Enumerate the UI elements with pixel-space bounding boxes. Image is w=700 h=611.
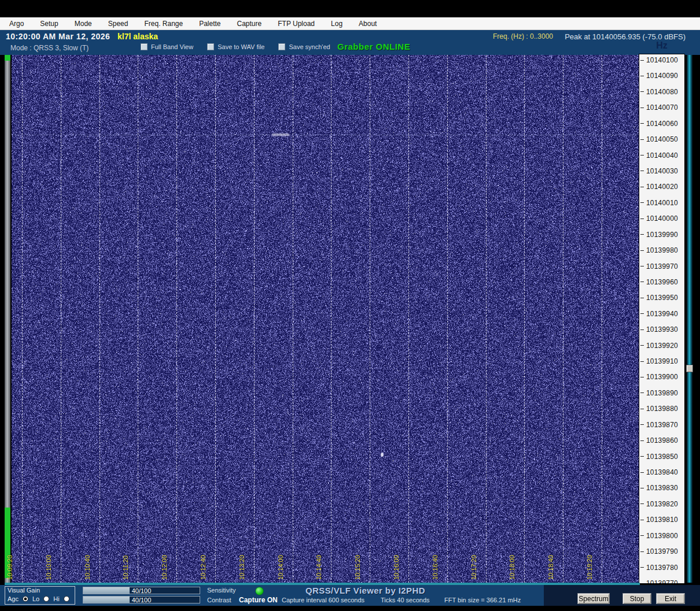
freq-tick-mark — [640, 345, 644, 346]
freq-tick-mark — [640, 250, 644, 251]
freq-label-text: 10139820 — [646, 500, 678, 508]
time-gridline — [254, 55, 255, 583]
sensitivity-slider[interactable]: 40/100 — [83, 587, 200, 594]
time-gridline — [215, 55, 216, 583]
freq-label-text: 10139790 — [646, 547, 678, 556]
menu-item-capture[interactable]: Capture — [237, 18, 262, 29]
freq-label-text: 10139860 — [646, 436, 678, 445]
time-tick-label: 10:14:40 — [315, 555, 322, 580]
freq-scrollbar[interactable] — [687, 55, 692, 583]
checkbox-box-icon[interactable] — [207, 43, 214, 50]
time-gridline — [486, 55, 487, 583]
radio-agc-selected[interactable] — [23, 596, 28, 602]
checkbox-full-band-view[interactable]: Full Band View — [141, 43, 193, 50]
time-tick-label: 10:19:20 — [586, 555, 593, 580]
freq-label: 10139800 — [639, 532, 685, 540]
freq-label: 10139930 — [639, 325, 685, 334]
menu-bar: ArgoSetupModeSpeedFreq. RangePaletteCapt… — [0, 17, 700, 30]
menu-item-speed[interactable]: Speed — [108, 18, 128, 29]
exit-button[interactable]: Exit — [656, 593, 685, 604]
menu-item-about[interactable]: About — [359, 18, 377, 29]
menu-item-mode[interactable]: Mode — [75, 18, 92, 29]
freq-label: 10139900 — [639, 373, 685, 381]
freq-tick-mark — [640, 202, 644, 203]
freq-range-readout: Freq. (Hz) : 0..3000 — [493, 32, 553, 40]
freq-label-text: 10139970 — [646, 262, 678, 271]
checkbox-box-icon[interactable] — [278, 43, 285, 50]
freq-tick-mark — [640, 424, 644, 425]
checkbox-save-synch-ed[interactable]: Save synch'ed — [278, 43, 330, 50]
freq-label-text: 10140030 — [646, 167, 678, 175]
menu-item-palette[interactable]: Palette — [199, 18, 220, 29]
checkbox-group: Full Band ViewSave to WAV fileSave synch… — [141, 43, 330, 50]
time-gridline — [138, 55, 138, 583]
visual-gain-label: Visual Gain — [8, 587, 40, 594]
waterfall[interactable]: 10:09:2010:10:0010:10:4010:11:2010:12:00… — [12, 55, 640, 583]
time-tick-label: 10:11:20 — [122, 556, 129, 580]
freq-tick-mark — [640, 535, 644, 536]
freq-label: 10139790 — [639, 547, 685, 556]
freq-tick-mark — [640, 503, 644, 504]
ticks-label: Ticks 40 seconds — [381, 597, 430, 603]
freq-label-text: 10140060 — [646, 120, 678, 128]
time-tick-label: 10:09:20 — [6, 555, 13, 580]
freq-tick-mark — [640, 219, 644, 219]
fft-bin-size-label: FFT bin size = 366.21 mHz — [444, 597, 521, 603]
freq-label: 10139840 — [639, 468, 685, 476]
time-gridline — [100, 55, 100, 583]
waterfall-canvas[interactable] — [12, 55, 640, 583]
freq-tick-mark — [640, 472, 644, 473]
time-tick-label: 10:18:00 — [509, 555, 515, 580]
freq-label: 10140100 — [639, 56, 685, 64]
freq-label: 10140090 — [639, 72, 685, 80]
freq-tick-mark — [640, 91, 644, 92]
stop-button[interactable]: Stop — [622, 593, 651, 604]
freq-label: 10139950 — [639, 294, 685, 302]
menu-item-argo[interactable]: Argo — [9, 18, 24, 29]
menu-item-setup[interactable]: Setup — [40, 18, 58, 29]
menu-item-freq-range[interactable]: Freq. Range — [144, 18, 183, 29]
menu-item-ftp-upload[interactable]: FTP Upload — [278, 18, 315, 29]
spectrum-button[interactable]: Spectrum — [577, 593, 610, 604]
freq-tick-mark — [640, 171, 644, 171]
menu-item-log[interactable]: Log — [331, 18, 342, 29]
freq-tick-mark — [640, 139, 644, 140]
freq-tick-mark — [640, 551, 644, 552]
freq-label-text: 10139800 — [646, 532, 678, 540]
sensitivity-label: Sensitivity — [207, 587, 236, 594]
freq-label: 10139770 — [639, 579, 685, 584]
freq-tick-mark — [640, 123, 644, 124]
slider-value: 40/100 — [83, 587, 200, 594]
callsign-label: kl7l alaska — [117, 32, 158, 41]
time-gridline — [176, 55, 177, 583]
radio-label-hi: Hi — [53, 595, 59, 602]
signal-trace-line — [12, 135, 640, 135]
button-zone: Spectrum Stop Exit — [544, 585, 700, 606]
checkbox-save-to-wav-file[interactable]: Save to WAV file — [207, 43, 264, 50]
slider-value: 40/100 — [83, 597, 200, 603]
time-gridline — [563, 55, 563, 583]
freq-label-text: 10139770 — [646, 579, 678, 584]
checkbox-label: Full Band View — [151, 43, 193, 50]
freq-label-text: 10139780 — [646, 564, 678, 572]
freq-label: 10140000 — [639, 214, 685, 223]
freq-scrollbar-thumb[interactable] — [686, 365, 693, 372]
freq-label-text: 10139960 — [646, 278, 678, 286]
radio-lo[interactable] — [43, 596, 49, 602]
freq-label-text: 10139830 — [646, 484, 678, 492]
freq-label: 10140070 — [639, 103, 685, 112]
freq-label-text: 10140000 — [646, 214, 678, 223]
peak-readout: Peak at 10140056.935 (-75.0 dBFS) — [565, 32, 686, 41]
checkbox-box-icon[interactable] — [141, 43, 148, 50]
freq-label: 10139960 — [639, 278, 685, 286]
contrast-slider[interactable]: 40/100 — [83, 596, 200, 603]
freq-label: 10139830 — [639, 484, 685, 492]
freq-tick-mark — [640, 392, 644, 393]
radio-hi[interactable] — [64, 596, 69, 602]
freq-tick-mark — [640, 234, 644, 235]
freq-label-text: 10139890 — [646, 389, 678, 397]
time-gridline — [602, 55, 602, 583]
freq-label: 10139920 — [639, 342, 685, 350]
time-tick-label: 10:10:00 — [45, 555, 52, 580]
freq-label-text: 10139850 — [646, 453, 678, 461]
